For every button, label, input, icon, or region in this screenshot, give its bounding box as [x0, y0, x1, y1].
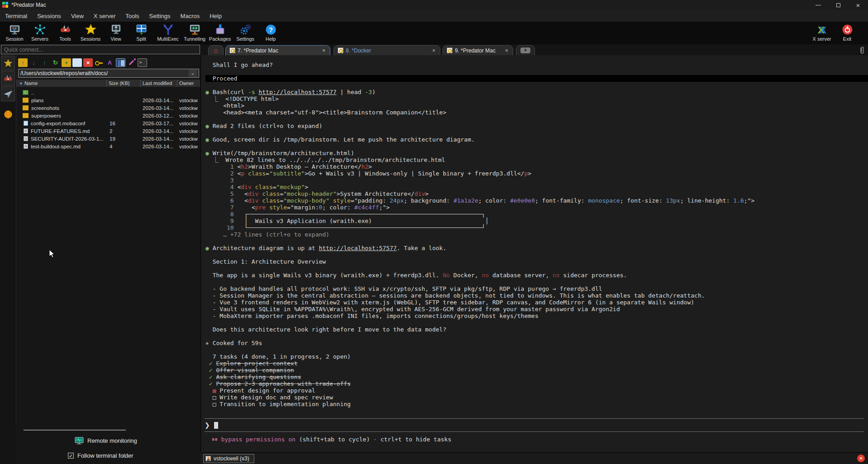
refresh-icon[interactable]: ↻	[51, 58, 60, 67]
toolbar-view-button[interactable]: View	[103, 23, 129, 42]
md-icon	[24, 128, 28, 133]
column-size[interactable]: Size (KB)	[107, 80, 141, 87]
terminal-line: ✓ Explore project context	[205, 360, 868, 367]
menu-view[interactable]: View	[66, 11, 89, 21]
checkbox-checked-icon[interactable]: ✓	[68, 453, 74, 459]
toolbar-help-button[interactable]: ? Help	[258, 23, 283, 42]
app-logo-icon	[2, 2, 9, 8]
font-icon[interactable]: A	[105, 58, 114, 67]
tab-close-icon[interactable]: ×	[504, 47, 509, 54]
terminal-line: 4 <div class="mockup">	[205, 184, 868, 190]
menu-tools[interactable]: Tools	[120, 11, 144, 21]
column-name[interactable]: ▼Name	[16, 80, 107, 87]
file-row[interactable]: screenshots2026-03-14...vstockw	[16, 104, 200, 112]
exit-power-icon	[841, 24, 854, 36]
rail-web-globe-icon[interactable]	[1, 107, 15, 122]
terminal-line: ■ Present design for approval	[205, 387, 868, 394]
toolbar-xserver-button[interactable]: XX X server	[809, 23, 835, 42]
terminal-line: ◉ Read 2 files (ctrl+o to expand)	[205, 123, 868, 129]
tab-9-predator-mac[interactable]: 9. *Predator Mac ×	[443, 45, 513, 55]
file-row[interactable]: test-buildout-spec.md42026-03-14...vstoc…	[16, 142, 200, 150]
prompt-symbol: ❯	[205, 421, 210, 429]
menu-sessions[interactable]: Sessions	[32, 11, 66, 21]
tab-close-icon[interactable]: ×	[431, 47, 436, 54]
menu-settings[interactable]: Settings	[144, 11, 176, 21]
terminal-line	[205, 143, 868, 150]
md-icon	[24, 136, 28, 141]
toolbar-tunneling-button[interactable]: Tunneling	[182, 23, 207, 42]
delete-icon[interactable]: ×	[83, 58, 93, 67]
toolbar-split-button[interactable]: Split	[129, 23, 154, 42]
menu-macros[interactable]: Macros	[176, 11, 205, 21]
toolbar-tools-button[interactable]: Tools	[52, 23, 78, 42]
path-dropdown[interactable]: /Users/vstockwell/repos/wraith/docs/ ⌄	[18, 69, 199, 78]
chevron-down-icon[interactable]: ⌄	[189, 70, 197, 77]
tunneling-icon	[189, 24, 201, 36]
paperclip-icon[interactable]	[859, 46, 865, 55]
toolbar-multiexec-button[interactable]: MultiExec	[154, 23, 182, 42]
home-tab[interactable]: ⌂	[208, 45, 224, 55]
tab-8-docker[interactable]: 8. *Docker ×	[334, 45, 440, 55]
new-folder-icon[interactable]: +	[62, 58, 71, 67]
help-icon: ?	[265, 24, 277, 36]
close-button[interactable]: ×	[848, 0, 868, 10]
upload-icon[interactable]: ↑	[40, 58, 49, 67]
menu-help[interactable]: Help	[205, 11, 227, 21]
terminal-line: ◉ Write(/tmp/brainstorm/architecture.htm…	[205, 150, 868, 156]
file-table-header: ▼Name Size (KB) Last modified Owner	[16, 80, 200, 87]
user-session-tab[interactable]: vstockwell (x3)	[203, 454, 254, 463]
remote-monitoring-toggle[interactable]: Remote monitoring	[75, 437, 137, 445]
toolbar-exit-button[interactable]: Exit	[835, 23, 860, 42]
rail-sessions-star-icon[interactable]	[1, 56, 15, 71]
tab-close-icon[interactable]: ×	[321, 47, 326, 54]
menu-xserver[interactable]: X server	[89, 11, 120, 21]
minimize-button[interactable]: —	[808, 0, 828, 10]
file-owner: vstockw	[177, 128, 200, 134]
column-owner[interactable]: Owner	[177, 80, 200, 87]
rail-macros-plane-icon[interactable]	[1, 86, 15, 101]
new-file-icon[interactable]	[72, 58, 82, 67]
file-name: superpowers	[31, 113, 61, 118]
tab-7-predator-mac[interactable]: 7. *Predator Mac ×	[225, 45, 330, 55]
terminal-line: - MobaXterm importer parses .mobaconf IN…	[205, 312, 868, 319]
xserver-icon: XX	[816, 24, 828, 36]
toolbar-servers-button[interactable]: Servers	[27, 23, 52, 42]
rail-tools-knife-icon[interactable]	[1, 71, 15, 86]
folder-icon	[23, 105, 29, 110]
file-modified: 2026-03-14...	[141, 105, 177, 111]
tab-bar: ⌂ 7. *Predator Mac × 8. *Docker × 9. *Pr…	[0, 44, 868, 55]
terminal-icon[interactable]: >	[138, 58, 147, 67]
prompt-line[interactable]: ❯	[204, 419, 865, 431]
toolbar-session-button[interactable]: Session	[2, 23, 27, 42]
file-owner: vstockw	[177, 144, 200, 149]
maximize-button[interactable]	[828, 0, 848, 10]
file-modified: 2026-03-14...	[141, 128, 177, 134]
toolbar-sessions-button[interactable]: Sessions	[78, 23, 103, 42]
terminal-line: □ Write design doc and spec review	[205, 394, 868, 401]
file-row[interactable]: ..	[16, 89, 200, 96]
file-row[interactable]: config-export.mobaconf162026-03-17...vst…	[16, 119, 200, 127]
close-session-button[interactable]: ×	[857, 455, 865, 462]
file-name: test-buildout-spec.md	[31, 144, 81, 149]
column-modified[interactable]: Last modified	[141, 80, 177, 87]
terminal-line: ◉ Bash(curl -s http://localhost:57577 | …	[205, 89, 868, 95]
menu-terminal[interactable]: Terminal	[0, 11, 32, 21]
parent-dir-icon[interactable]: ↑	[18, 58, 28, 67]
follow-terminal-checkbox[interactable]: ✓ Follow terminal folder	[68, 452, 134, 459]
quick-connect-input[interactable]	[1, 45, 200, 54]
key-icon	[447, 47, 453, 53]
wizard-icon[interactable]	[127, 58, 136, 67]
key-icon[interactable]	[94, 58, 104, 67]
toolbar-packages-button[interactable]: Packages	[207, 23, 233, 42]
terminal-pane[interactable]: Shall I go ahead? Proceed◉ Bash(curl -s …	[200, 55, 868, 452]
new-tab-button[interactable]: +	[516, 45, 535, 55]
file-row[interactable]: superpowers2026-03-12...vstockw	[16, 112, 200, 119]
file-row[interactable]: FUTURE-FEATURES.md22026-03-14...vstockw	[16, 127, 200, 135]
key-icon	[338, 47, 343, 53]
toolbar-settings-button[interactable]: Settings	[233, 23, 258, 42]
split-view-icon[interactable]	[116, 58, 125, 67]
file-row[interactable]: SECURITY-AUDIT-2026-03-1...192026-03-14.…	[16, 135, 200, 142]
file-row[interactable]: plans2026-03-14...vstockw	[16, 96, 200, 104]
follow-terminal-label: Follow terminal folder	[77, 452, 134, 459]
download-icon[interactable]: ↓	[29, 58, 38, 67]
